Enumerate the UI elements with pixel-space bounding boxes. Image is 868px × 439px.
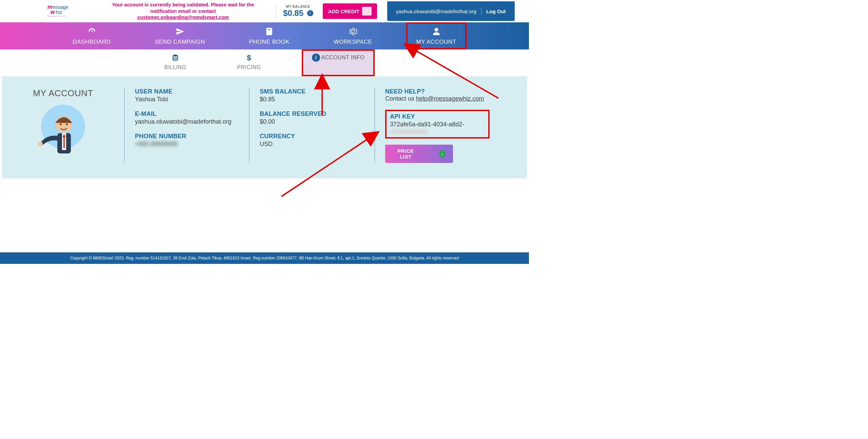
- add-credit-button[interactable]: ADD CREDIT: [323, 3, 377, 19]
- svg-point-13: [38, 142, 43, 146]
- account-panel: MY ACCOUNT USER NAME: [2, 77, 527, 178]
- need-help-label: NEED HELP?: [385, 88, 490, 95]
- balance-label: MY BALANCE: [283, 5, 313, 8]
- phone-book-icon: [265, 27, 274, 36]
- api-key-value: 372afe5a-da91-4034-a8d2-: [390, 121, 485, 135]
- send-icon: [176, 27, 184, 36]
- gear-icon: [349, 27, 357, 36]
- onboarding-email-link[interactable]: customer.onboarding@mmdsmart.com: [137, 15, 229, 20]
- svg-text:essage: essage: [53, 4, 68, 10]
- footer: Copyright © MMDSmart 2023. Reg. number 5…: [0, 252, 529, 264]
- svg-point-8: [60, 124, 62, 125]
- nav-send-campaign[interactable]: SEND CAMPAIGN: [145, 22, 215, 49]
- phone-value: +000 00000000: [135, 141, 239, 148]
- validation-message: Your account is currently being validate…: [95, 2, 271, 21]
- svg-text:Messaging that Gets Results: Messaging that Gets Results: [47, 15, 65, 17]
- avatar: [41, 105, 85, 149]
- user-email: yashua.oluwatobi@madeforthat.org: [396, 8, 476, 14]
- email-value: yashua.oluwatobi@madeforthat.org: [135, 118, 239, 125]
- svg-text:$: $: [247, 54, 251, 62]
- download-icon: ↓: [439, 150, 446, 158]
- balance-reserved-value: $0.00: [260, 118, 364, 125]
- top-bar: m essage w hiz Messaging that Gets Resul…: [0, 0, 529, 22]
- balance-value: $0.85: [283, 8, 303, 18]
- subnav-billing[interactable]: BILLING: [154, 49, 197, 76]
- api-key-box: API KEY 372afe5a-da91-4034-a8d2-: [385, 110, 490, 139]
- info-icon[interactable]: i: [307, 10, 313, 16]
- sms-balance-value: $0.85: [260, 96, 364, 103]
- svg-text:hiz: hiz: [56, 9, 62, 15]
- svg-text:w: w: [51, 9, 55, 15]
- logout-link[interactable]: Log Out: [486, 8, 506, 14]
- subnav-pricing[interactable]: $ PRICING: [227, 49, 271, 76]
- credit-card-icon: [362, 7, 372, 16]
- nav-phone-book[interactable]: PHONE BOOK: [239, 22, 299, 49]
- nav-my-account[interactable]: MY ACCOUNT: [406, 22, 467, 49]
- panel-title: MY ACCOUNT: [2, 88, 124, 99]
- coins-icon: [171, 54, 179, 62]
- divider: [276, 5, 276, 18]
- main-nav: DASHBOARD SEND CAMPAIGN PHONE BOOK WORKS…: [0, 22, 529, 49]
- subnav-account-info[interactable]: i ACCOUNT INFO: [302, 49, 375, 76]
- svg-point-5: [173, 55, 178, 57]
- dollar-icon: $: [245, 54, 253, 62]
- user-name-value: Yashua Tobi: [135, 96, 239, 103]
- logo[interactable]: m essage w hiz Messaging that Gets Resul…: [0, 2, 95, 20]
- api-key-label: API KEY: [390, 113, 485, 120]
- sub-nav: BILLING $ PRICING i ACCOUNT INFO: [0, 49, 529, 77]
- user-icon: [432, 27, 441, 36]
- help-email-link[interactable]: help@messagewhiz.com: [416, 95, 484, 102]
- nav-workspace[interactable]: WORKSPACE: [323, 22, 382, 49]
- svg-rect-12: [63, 137, 65, 148]
- nav-dashboard[interactable]: DASHBOARD: [62, 22, 121, 49]
- gauge-icon: [87, 27, 96, 36]
- info-icon: i: [312, 54, 320, 62]
- currency-value: USD: [260, 141, 364, 148]
- currency-label: CURRENCY: [260, 133, 364, 140]
- balance-reserved-label: BALANCE RESERVED: [260, 110, 364, 118]
- user-bar: yashua.oluwatobi@madeforthat.org Log Out: [387, 1, 515, 21]
- need-help-text: Contact us help@messagewhiz.com: [385, 95, 490, 102]
- svg-point-9: [66, 124, 68, 125]
- email-label: E-MAIL: [135, 110, 239, 118]
- sms-balance-label: SMS BALANCE: [260, 88, 364, 95]
- user-name-label: USER NAME: [135, 88, 239, 95]
- balance-widget: MY BALANCE $0.85 i: [281, 5, 315, 18]
- price-list-button[interactable]: PRICE LIST ↓: [385, 145, 453, 163]
- phone-label: PHONE NUMBER: [135, 133, 239, 140]
